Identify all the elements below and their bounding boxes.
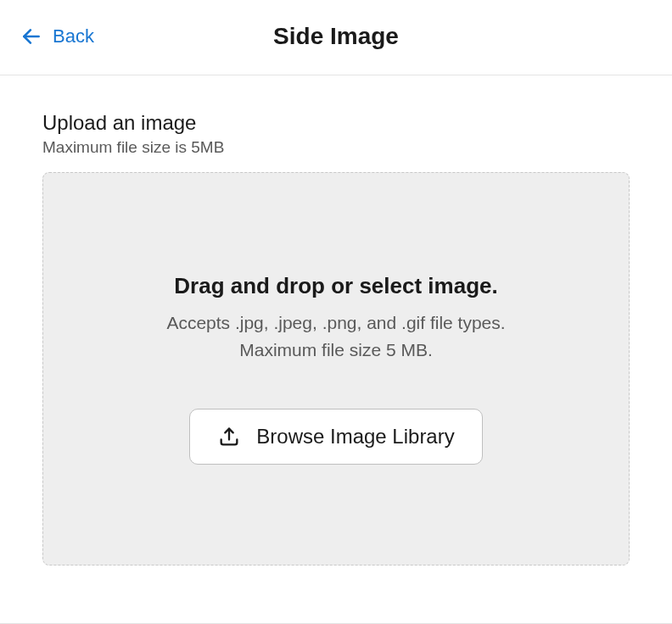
arrow-left-icon xyxy=(20,25,42,47)
dropzone-secondary-text: Accepts .jpg, .jpeg, .png, and .gif file… xyxy=(166,309,505,363)
dropzone-secondary-line1: Accepts .jpg, .jpeg, .png, and .gif file… xyxy=(166,309,505,337)
content: Upload an image Maximum file size is 5MB… xyxy=(0,75,672,566)
upload-section-title: Upload an image xyxy=(42,111,630,135)
browse-image-library-button[interactable]: Browse Image Library xyxy=(189,409,482,465)
dropzone-secondary-line2: Maximum file size 5 MB. xyxy=(166,337,505,364)
page-title: Side Image xyxy=(273,23,399,50)
back-button-label: Back xyxy=(53,25,94,47)
header: Back Side Image xyxy=(0,0,672,75)
browse-button-label: Browse Image Library xyxy=(256,425,454,448)
back-button[interactable]: Back xyxy=(20,25,94,47)
upload-icon xyxy=(217,425,241,448)
upload-dropzone[interactable]: Drag and drop or select image. Accepts .… xyxy=(42,172,630,566)
upload-section-subtitle: Maximum file size is 5MB xyxy=(42,138,630,157)
dropzone-primary-text: Drag and drop or select image. xyxy=(174,273,497,299)
